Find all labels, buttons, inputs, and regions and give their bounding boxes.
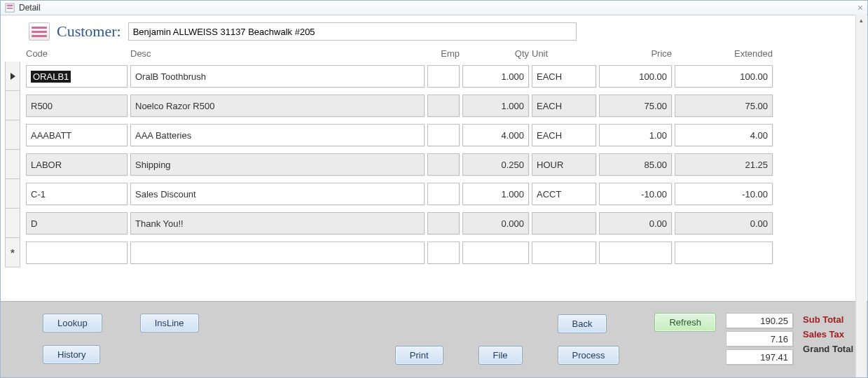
- table-row[interactable]: [26, 238, 790, 267]
- close-icon[interactable]: ×: [857, 2, 863, 13]
- history-button[interactable]: History: [43, 345, 100, 364]
- col-header-desc: Desc: [130, 48, 425, 59]
- cell-ext[interactable]: 100.00: [675, 65, 773, 88]
- col-header-emp: Emp: [427, 48, 460, 59]
- cell-emp[interactable]: [427, 65, 460, 88]
- cell-unit[interactable]: EACH: [532, 124, 596, 146]
- cell-emp[interactable]: [427, 94, 460, 117]
- detail-window: Detail × Customer: * Code Desc Emp Qty U…: [0, 0, 868, 378]
- cell-qty[interactable]: 1.000: [462, 65, 529, 88]
- svg-rect-2: [7, 8, 13, 9]
- cell-ext[interactable]: 75.00: [675, 94, 773, 117]
- footer-bar: Lookup InsLine History Print File Back P…: [1, 301, 867, 377]
- back-button[interactable]: Back: [558, 314, 607, 333]
- cell-ext[interactable]: 21.25: [675, 153, 773, 176]
- cell-emp[interactable]: [427, 153, 460, 176]
- cell-code[interactable]: AAABATT: [26, 124, 128, 146]
- cell-desc[interactable]: Noelco Razor R500: [130, 94, 425, 117]
- cell-code[interactable]: [26, 241, 128, 264]
- cell-price[interactable]: 1.00: [599, 124, 672, 146]
- cell-unit[interactable]: EACH: [532, 65, 596, 88]
- row-selector[interactable]: [5, 179, 20, 209]
- cell-qty[interactable]: 0.000: [462, 212, 529, 234]
- cell-price[interactable]: 85.00: [599, 153, 672, 176]
- cell-ext[interactable]: [675, 241, 773, 264]
- subtotal-label: Sub Total: [803, 314, 853, 325]
- col-header-unit: Unit: [532, 48, 596, 59]
- table-row[interactable]: ORALB1OralB Toothbrush1.000EACH100.00100…: [26, 62, 790, 91]
- row-selector[interactable]: [5, 209, 20, 238]
- cell-qty[interactable]: 4.000: [462, 124, 529, 146]
- table-row[interactable]: LABORShipping0.250HOUR85.0021.25: [26, 150, 790, 179]
- subtotal-value: 190.25: [726, 313, 793, 328]
- cell-emp[interactable]: [427, 124, 460, 146]
- cell-ext[interactable]: -10.00: [675, 183, 773, 205]
- table-row[interactable]: C-1Sales Discount1.000ACCT-10.00-10.00: [26, 179, 790, 209]
- cell-price[interactable]: 0.00: [599, 212, 672, 234]
- new-row-selector[interactable]: *: [5, 238, 20, 267]
- cell-price[interactable]: 75.00: [599, 94, 672, 117]
- titlebar: Detail ×: [1, 1, 867, 15]
- cell-price[interactable]: [599, 241, 672, 264]
- cell-emp[interactable]: [427, 241, 460, 264]
- cell-price[interactable]: -10.00: [599, 183, 672, 205]
- customer-input[interactable]: [128, 22, 577, 41]
- grandtotal-value: 197.41: [726, 349, 793, 365]
- cell-ext[interactable]: 4.00: [675, 124, 773, 146]
- cell-desc[interactable]: OralB Toothbrush: [130, 65, 425, 88]
- row-selector-column: *: [5, 45, 20, 267]
- form-body: Customer: * Code Desc Emp Qty Unit Price…: [1, 15, 867, 377]
- cell-qty[interactable]: 1.000: [462, 94, 529, 117]
- form-icon: [29, 22, 50, 41]
- row-selector[interactable]: [5, 62, 20, 91]
- cell-emp[interactable]: [427, 183, 460, 205]
- cell-unit[interactable]: ACCT: [532, 183, 596, 205]
- cell-code[interactable]: ORALB1: [26, 65, 128, 88]
- cell-desc[interactable]: Thank You!!: [130, 212, 425, 234]
- cell-code[interactable]: D: [26, 212, 128, 234]
- cell-unit[interactable]: EACH: [532, 94, 596, 117]
- row-selector[interactable]: [5, 91, 20, 120]
- cell-emp[interactable]: [427, 212, 460, 234]
- cell-desc[interactable]: [130, 241, 425, 264]
- lookup-button[interactable]: Lookup: [43, 314, 102, 332]
- cell-unit[interactable]: HOUR: [532, 153, 596, 176]
- line-items-grid: Code Desc Emp Qty Unit Price Extended OR…: [20, 45, 867, 267]
- cell-code[interactable]: C-1: [26, 183, 128, 205]
- table-row[interactable]: DThank You!!0.0000.000.00: [26, 209, 790, 238]
- salestax-label: Sales Tax: [803, 329, 853, 340]
- cell-desc[interactable]: Sales Discount: [130, 183, 425, 205]
- scroll-up-icon[interactable]: ▴: [856, 15, 867, 26]
- row-selector[interactable]: [5, 150, 20, 179]
- print-button[interactable]: Print: [395, 346, 443, 365]
- cell-qty[interactable]: 0.250: [462, 153, 529, 176]
- file-button[interactable]: File: [478, 346, 523, 365]
- insline-button[interactable]: InsLine: [140, 314, 199, 332]
- cell-price[interactable]: 100.00: [599, 65, 672, 88]
- col-header-price: Price: [599, 48, 672, 59]
- cell-qty[interactable]: [462, 241, 529, 264]
- cell-unit[interactable]: [532, 212, 596, 234]
- grandtotal-label: Grand Total: [803, 344, 853, 354]
- cell-qty[interactable]: 1.000: [462, 183, 529, 205]
- col-header-qty: Qty: [462, 48, 529, 59]
- form-icon-small: [5, 3, 15, 13]
- cell-code[interactable]: R500: [26, 94, 128, 117]
- window-title: Detail: [19, 3, 41, 13]
- col-header-extended: Extended: [675, 48, 773, 59]
- customer-label: Customer:: [57, 22, 121, 41]
- col-header-code: Code: [26, 48, 128, 59]
- refresh-button[interactable]: Refresh: [654, 313, 716, 332]
- cell-desc[interactable]: Shipping: [130, 153, 425, 176]
- table-row[interactable]: R500Noelco Razor R5001.000EACH75.0075.00: [26, 91, 790, 120]
- cell-unit[interactable]: [532, 241, 596, 264]
- salestax-value: 7.16: [726, 331, 793, 346]
- cell-ext[interactable]: 0.00: [675, 212, 773, 234]
- vertical-scrollbar[interactable]: ▴: [855, 15, 867, 377]
- svg-rect-1: [7, 5, 13, 7]
- row-selector[interactable]: [5, 120, 20, 150]
- process-button[interactable]: Process: [558, 346, 620, 365]
- cell-desc[interactable]: AAA Batteries: [130, 124, 425, 146]
- cell-code[interactable]: LABOR: [26, 153, 128, 176]
- table-row[interactable]: AAABATTAAA Batteries4.000EACH1.004.00: [26, 120, 790, 150]
